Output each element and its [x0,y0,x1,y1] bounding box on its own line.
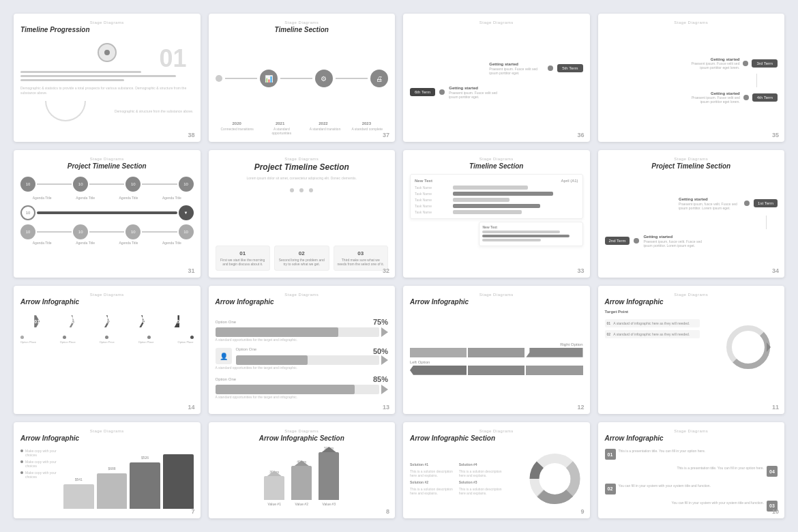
s8-arrow-tip-1 [264,471,284,476]
s32-dots [290,188,313,192]
s11-text-1: A standard of infographic here as they w… [613,321,690,325]
slide-12-content: Right Option Left Option [410,310,583,407]
slide-10-items: 01 This is a presentation title. You can… [605,449,778,512]
s34-connector-v [766,216,767,229]
s33-gantt: Task Name Task Name Task Name Task Name [415,186,578,214]
s9-desc-1: This is a solution description here and … [410,469,456,477]
s14-arrow-body-1: 01 [34,315,40,327]
slide-37[interactable]: Stage Diagrams Timeline Section 📊 ⚙ [209,14,396,142]
s36-row-1: Getting started Praesent ipsum. Fusce ve… [410,62,583,75]
slide-35-tag: Stage Diagrams [605,20,778,25]
slide-9-tag: Stage Diagrams [410,429,583,433]
slide-13-tag: Stage Diagrams [216,293,389,297]
s14-arrow-body-3: 03 [104,315,110,327]
s14-dot-3 [105,336,108,339]
s14-dot-5 [190,336,194,339]
s9-desc-3: This is a solution description here and … [459,487,505,495]
s36-dot-1 [548,65,553,71]
s9-solutions: Solution #1 Solution #4 This is a soluti… [410,446,505,512]
s13-opt-2: Option One [236,347,257,355]
s33-header: New Text April (A1) [415,179,578,183]
s31-top-row: 10 10 10 10 [20,177,194,192]
slide-34[interactable]: Stage Diagrams Project Timeline Section … [598,150,785,278]
slide-35[interactable]: Stage Diagrams Getting started Praesent … [598,14,785,142]
slide-38-title: Timeline Progression [20,26,194,33]
s7-val-2: $688 [108,467,115,471]
s32-dot-1 [290,188,294,192]
s31-bottom-labels: Agenda Title Agenda Title Agenda Title A… [20,241,194,245]
s9-desc-4: This is a solution description here and … [459,469,505,477]
slide-grid: Stage Diagrams Timeline Progression 01 D… [14,14,784,518]
slide-14-tag: Stage Diagrams [20,293,194,297]
slide-38[interactable]: Stage Diagrams Timeline Progression 01 D… [14,14,201,142]
s8-arrow-tip-2 [291,460,312,466]
s12-la-1 [410,366,467,375]
s13-row2-content: Option One 50% [236,347,389,365]
s14-a2: 02 [55,315,88,327]
slide-33-content: New Text April (A1) Task Name Task Name … [410,174,583,271]
s14-a5: 05 [160,315,193,327]
s34-row-1: Getting started Praesent ipsum, fusce ve… [605,197,778,210]
s12-ra-2 [468,348,524,357]
slide-36[interactable]: Stage Diagrams Getting started Praesent … [403,14,590,142]
slide-9[interactable]: Stage Diagrams Arrow Infographic Section… [403,422,590,518]
slide-10-number: 10 [772,508,779,515]
slide-11[interactable]: Stage Diagrams Arrow Infographic Target … [598,286,785,414]
s13-item-1: Option One 75% A standard opportunities … [216,318,389,342]
s11-circle-area [724,323,772,371]
slide-7[interactable]: Stage Diagrams Arrow Infographic Make co… [14,422,201,518]
s8-arrow-1 [264,476,284,500]
slide-12[interactable]: Stage Diagrams Arrow Infographic Right O… [403,286,590,414]
s36-text-2: Getting started Praesent ipsum. Fusce ve… [449,86,503,99]
s14-arrow-body-4: 04 [139,315,145,327]
s34-dot-2 [634,238,639,243]
s10-num-1: 01 [605,449,616,460]
s7-b2: Make copy with your choices [20,460,58,468]
slide-12-tag: Stage Diagrams [410,293,583,297]
slide-37-title: Timeline Section [216,26,389,33]
s32-boxes: 01 First we start like the morning and b… [216,246,389,271]
slide-32-number: 32 [383,267,389,274]
s10-item-2: 02 You can fill in your system with your… [605,484,778,494]
s33-task-4: Task Name [415,204,449,208]
s33-new-text: New Text [415,179,432,183]
s34-dot-1 [744,201,750,206]
s31-bl2 [89,231,124,233]
slide-31-number: 31 [188,267,194,274]
slide-36-number: 36 [577,132,584,138]
s14-a4: 04 [125,315,158,327]
s37-descs: Connected transitions A standard opportu… [216,127,389,135]
slide-7-number: 7 [191,508,194,515]
s37-icon-3: 🖨 [376,75,383,83]
s33-ov-bar-1 [482,231,560,233]
slide-37-timeline: 📊 ⚙ 🖨 [216,44,389,113]
slide-11-content: Target Point 01 A standard of infographi… [605,310,778,407]
s7-bullet-dot-1 [20,449,23,452]
slide-32[interactable]: Stage Diagrams Project Timeline Section … [209,150,396,278]
slide-10-tag: Stage Diagrams [605,429,778,433]
s36-bubble-5th: 5th Term [557,64,582,72]
slide-14[interactable]: Stage Diagrams Arrow Infographic 01 02 0… [14,286,201,414]
s37-line-2 [280,78,312,79]
s11-circular-svg [724,323,772,371]
slide-10[interactable]: Stage Diagrams Arrow Infographic 01 This… [598,422,785,518]
slide-7-tag: Stage Diagrams [20,429,194,433]
slide-33[interactable]: Stage Diagrams Timeline Section New Text… [403,150,590,278]
s10-num-2: 02 [605,484,616,494]
s35-bubble-3rd: 3rd Term [752,59,778,68]
slide-12-title: Arrow Infographic [410,298,583,306]
slide-13[interactable]: Stage Diagrams Arrow Infographic Option … [209,286,396,414]
slide-8[interactable]: Stage Diagrams Arrow Infographic Section… [209,422,396,518]
s31-l3 [142,183,177,185]
s31-bl1 [37,231,72,233]
s14-lbl-1: Option Place [20,340,36,344]
s8-step-1: 30mm Value #1 [264,470,284,506]
s10-text-1: This is a presentation title. You can fi… [619,449,706,454]
s14-dot-4 [147,336,151,339]
s7-b1: Make copy with your choices [20,449,58,457]
s35-dot-2 [743,95,749,100]
slide-31-tag: Stage Diagrams [20,157,194,161]
slide-31[interactable]: Stage Diagrams Project Timeline Section … [14,150,201,278]
s13-pct-2: 50% [373,347,388,355]
s13-icon-box: 👤 [216,348,232,364]
